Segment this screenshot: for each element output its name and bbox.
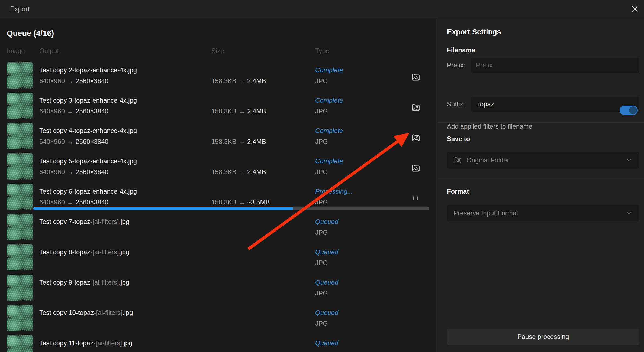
format-text: JPG (315, 168, 328, 176)
output-filename: Test copy 3-topaz-enhance-4x.jpg (39, 97, 207, 104)
save-to-dropdown[interactable]: Original Folder (447, 152, 639, 169)
save-to-value: Original Folder (466, 157, 509, 164)
format-label: Format (447, 188, 469, 195)
image-thumbnail (7, 335, 33, 352)
spinner-icon (413, 195, 418, 201)
filters-toggle[interactable] (620, 106, 638, 115)
queue-row: Test copy 9-topaz-[ai-filters].jpg Queue… (0, 275, 437, 305)
arrow-right-glyph: → (65, 77, 76, 84)
output-filename: Test copy 8-topaz-[ai-filters].jpg (39, 248, 207, 256)
format-text: JPG (315, 259, 328, 267)
queue-panel: Queue (4/16) Image Output Size Type Test… (0, 19, 437, 352)
progress-fill (33, 207, 293, 210)
filename-dim-part: -[ai-filters] (90, 218, 119, 225)
column-header-image: Image (7, 47, 25, 55)
output-dimensions: 640×960→2560×3840 (39, 138, 108, 145)
dialog-title: Export (10, 5, 30, 13)
status-text: Complete (315, 157, 343, 165)
size-cell: 158.3KB→2.4MB (211, 107, 266, 115)
add-filters-label: Add applied filters to filename (447, 123, 532, 130)
column-header-size: Size (211, 47, 224, 55)
image-thumbnail (7, 184, 33, 210)
size-cell: 158.3KB→2.4MB (211, 77, 266, 85)
format-text: JPG (315, 198, 328, 206)
arrow-right-glyph: → (65, 168, 76, 175)
image-thumbnail (7, 214, 33, 240)
suffix-label: Suffix: (447, 100, 465, 108)
status-text: Queued (315, 339, 338, 347)
settings-panel: Export Settings Filename Prefix: Suffix:… (437, 19, 644, 352)
status-text: Complete (315, 127, 343, 135)
export-dialog: { "topbar": { "title": "Export" }, "queu… (0, 0, 644, 352)
output-filename: Test copy 6-topaz-enhance-4x.jpg (39, 188, 207, 195)
size-cell: 158.3KB→~3.5MB (211, 198, 270, 206)
status-text: Queued (315, 218, 338, 226)
status-text: Queued (315, 309, 338, 317)
image-thumbnail (7, 305, 33, 331)
folder-image-icon[interactable] (411, 73, 421, 82)
filename-section-label: Filename (447, 46, 475, 54)
settings-heading: Export Settings (447, 28, 501, 36)
image-thumbnail (7, 62, 33, 89)
status-text: Processing... (315, 188, 353, 195)
queue-row: Test copy 5-topaz-enhance-4x.jpg 640×960… (0, 153, 437, 184)
column-headers: Image Output Size Type (0, 47, 437, 55)
output-filename: Test copy 4-topaz-enhance-4x.jpg (39, 127, 207, 135)
image-thumbnail (7, 153, 33, 180)
queue-rows: Test copy 2-topaz-enhance-4x.jpg 640×960… (0, 62, 437, 352)
queue-row: Test copy 3-topaz-enhance-4x.jpg 640×960… (0, 93, 437, 123)
pause-processing-button[interactable]: Pause processing (447, 329, 639, 345)
folder-image-icon (453, 156, 462, 164)
status-text: Queued (315, 248, 338, 256)
image-thumbnail (7, 93, 33, 119)
format-text: JPG (315, 289, 328, 297)
queue-row: Test copy 7-topaz-[ai-filters].jpg Queue… (0, 214, 437, 244)
output-dimensions: 640×960→2560×3840 (39, 107, 108, 115)
section-divider (437, 178, 644, 178)
format-text: JPG (315, 107, 328, 115)
folder-image-icon[interactable] (411, 133, 421, 142)
output-filename: Test copy 2-topaz-enhance-4x.jpg (39, 66, 207, 74)
size-cell: 158.3KB→2.4MB (211, 138, 266, 145)
output-filename: Test copy 9-topaz-[ai-filters].jpg (39, 279, 207, 286)
queue-row: Test copy 10-topaz-[ai-filters].jpg Queu… (0, 305, 437, 335)
image-thumbnail (7, 275, 33, 301)
column-header-output: Output (39, 47, 59, 55)
prefix-input[interactable] (471, 58, 639, 73)
output-dimensions: 640×960→2560×3840 (39, 77, 108, 85)
output-filename: Test copy 11-topaz-[ai-filters].jpg (39, 339, 207, 347)
prefix-label: Prefix: (447, 61, 465, 69)
arrow-right-glyph: → (236, 168, 247, 175)
section-divider (437, 122, 644, 123)
size-cell: 158.3KB→2.4MB (211, 168, 266, 176)
arrow-right-glyph: → (236, 198, 247, 206)
output-dimensions: 640×960→2560×3840 (39, 168, 108, 176)
chevron-down-icon (625, 209, 633, 217)
folder-image-icon[interactable] (411, 164, 421, 173)
image-thumbnail (7, 123, 33, 149)
output-dimensions: 640×960→2560×3840 (39, 198, 108, 206)
filename-dim-part: -[ai-filters] (90, 279, 119, 286)
format-value: Preserve Input Format (453, 209, 518, 217)
toggle-knob (629, 106, 637, 114)
save-to-label: Save to (447, 135, 470, 143)
format-text: JPG (315, 138, 328, 145)
progress-bar (33, 207, 429, 210)
chevron-down-icon (625, 157, 633, 164)
queue-row: Test copy 2-topaz-enhance-4x.jpg 640×960… (0, 62, 437, 93)
output-filename: Test copy 7-topaz-[ai-filters].jpg (39, 218, 207, 226)
status-text: Complete (315, 66, 343, 74)
suffix-input[interactable] (471, 97, 639, 112)
status-text: Queued (315, 279, 338, 286)
folder-image-icon[interactable] (411, 103, 421, 112)
format-text: JPG (315, 229, 328, 236)
arrow-right-glyph: → (65, 138, 76, 145)
filename-dim-part: -[ai-filters] (90, 248, 119, 256)
close-button[interactable] (629, 4, 640, 14)
filename-dim-part: -[ai-filters] (94, 309, 122, 316)
queue-heading: Queue (4/16) (7, 29, 54, 38)
status-text: Complete (315, 97, 343, 104)
image-thumbnail (7, 244, 33, 270)
format-dropdown[interactable]: Preserve Input Format (447, 205, 639, 221)
output-filename: Test copy 10-topaz-[ai-filters].jpg (39, 309, 207, 317)
